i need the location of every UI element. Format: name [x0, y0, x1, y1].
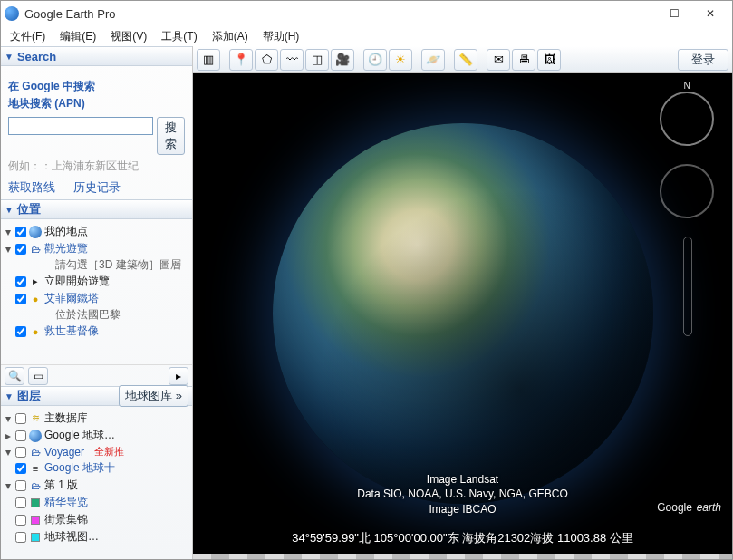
- viewer: ▥ 📍 ⬠ 〰 ◫ 🎥 🕘 ☀ 🪐 📏 ✉ 🖶 🖼 登录: [193, 46, 732, 559]
- voyager-new-badge: 全新推: [94, 445, 124, 459]
- link-get-directions[interactable]: 获取路线: [8, 179, 55, 196]
- search-option-google[interactable]: 在 Google 中搜索: [8, 79, 185, 94]
- node-sightseeing[interactable]: 觀光遊覽: [44, 241, 88, 256]
- expand-toggle[interactable]: ▾: [3, 479, 14, 492]
- places-title: 位置: [17, 201, 188, 217]
- checkbox[interactable]: [15, 447, 26, 458]
- places-toolbar: 🔍 ▭ ▸: [1, 364, 192, 386]
- ruler-button[interactable]: 📏: [454, 49, 477, 71]
- close-button[interactable]: ✕: [692, 3, 728, 24]
- earth-icon: [29, 430, 42, 442]
- expand-toggle[interactable]: ▾: [3, 226, 14, 238]
- search-body: 在 Google 中搜索 地块搜索 (APN) 搜索 例如：：上海浦东新区世纪 …: [1, 66, 192, 199]
- menu-view[interactable]: 视图(V): [111, 29, 147, 44]
- checkbox[interactable]: [15, 430, 26, 441]
- status-bar: 34°59'59.99"北 105°00'00.00"东 海拔角21302海拔 …: [292, 530, 633, 546]
- node-google-earth[interactable]: Google 地球…: [44, 428, 115, 443]
- add-polygon-button[interactable]: ⬠: [255, 49, 278, 71]
- node-globeview[interactable]: 地球视图…: [44, 529, 99, 545]
- search-input[interactable]: [8, 117, 153, 135]
- checkbox[interactable]: [15, 276, 26, 287]
- expand-toggle[interactable]: ▸: [3, 430, 14, 442]
- minimize-button[interactable]: —: [620, 3, 656, 24]
- nav-compass[interactable]: [660, 92, 714, 146]
- nav-zoom-slider[interactable]: [683, 237, 692, 336]
- maximize-button[interactable]: ☐: [656, 3, 692, 24]
- node-google-more[interactable]: Google 地球十: [44, 460, 115, 476]
- menu-bar: 文件(F) 编辑(E) 视图(V) 工具(T) 添加(A) 帮助(H): [1, 26, 732, 46]
- print-button[interactable]: 🖶: [512, 49, 535, 71]
- node-start-tour[interactable]: 立即開始遊覽: [44, 274, 110, 289]
- expand-toggle[interactable]: ▾: [3, 243, 14, 256]
- search-example: 例如：：上海浦东新区世纪: [8, 159, 185, 174]
- save-image-button[interactable]: 🖼: [537, 49, 561, 71]
- login-button[interactable]: 登录: [678, 49, 728, 71]
- sidebar: ▼ Search 在 Google 中搜索 地块搜索 (APN) 搜索 例如：：…: [1, 46, 193, 559]
- checkbox[interactable]: [15, 326, 26, 337]
- menu-edit[interactable]: 编辑(E): [60, 29, 96, 44]
- viewer-toolbar: ▥ 📍 ⬠ 〰 ◫ 🎥 🕘 ☀ 🪐 📏 ✉ 🖶 🖼 登录: [193, 46, 732, 73]
- collapse-icon: ▼: [5, 391, 14, 401]
- checkbox[interactable]: [15, 227, 26, 237]
- node-eiffel[interactable]: 艾菲爾鐵塔: [44, 291, 99, 306]
- layers-panel-header[interactable]: ▼ 图层 地球图库 »: [1, 386, 192, 406]
- menu-file[interactable]: 文件(F): [10, 29, 45, 44]
- search-panel-header[interactable]: ▼ Search: [1, 46, 192, 66]
- checkbox[interactable]: [15, 294, 26, 304]
- expand-toggle[interactable]: ▾: [3, 446, 14, 459]
- globe-canvas[interactable]: Image Landsat Data SIO, NOAA, U.S. Navy,…: [193, 73, 732, 554]
- history-button[interactable]: 🕘: [363, 49, 387, 71]
- checkbox[interactable]: [15, 497, 26, 508]
- menu-help[interactable]: 帮助(H): [263, 29, 300, 44]
- node-my-places[interactable]: 我的地点: [44, 224, 88, 239]
- window-title: Google Earth Pro: [24, 7, 620, 21]
- node-edition1[interactable]: 第 1 版: [44, 478, 78, 493]
- checkbox[interactable]: [15, 515, 26, 526]
- color-chip: [28, 531, 43, 544]
- menu-tools[interactable]: 工具(T): [161, 29, 197, 44]
- sunlight-button[interactable]: ☀: [389, 49, 412, 71]
- search-title: Search: [17, 50, 188, 63]
- color-chip: [28, 497, 43, 509]
- checkbox[interactable]: [15, 413, 26, 424]
- add-placemark-button[interactable]: 📍: [229, 49, 253, 71]
- menu-add[interactable]: 添加(A): [212, 29, 248, 44]
- checkbox[interactable]: [15, 532, 26, 543]
- earth-gallery-button[interactable]: 地球图库 »: [119, 385, 188, 407]
- collapse-icon: ▼: [5, 52, 14, 62]
- nav-look-joystick[interactable]: [660, 164, 714, 218]
- record-tour-button[interactable]: 🎥: [331, 49, 354, 71]
- play-icon: ▸: [28, 275, 43, 288]
- places-tree: ▾我的地点 ▾🗁觀光遊覽 請勾選［3D 建築物］圖層 ▸立即開始遊覽 ●艾菲爾鐵…: [1, 219, 192, 364]
- planets-button[interactable]: 🪐: [421, 49, 445, 71]
- link-history[interactable]: 历史记录: [73, 179, 121, 196]
- checkbox[interactable]: [15, 480, 26, 491]
- node-streetview[interactable]: 街景集锦: [44, 512, 88, 527]
- gallery-button[interactable]: ▭: [28, 367, 48, 385]
- add-path-button[interactable]: 〰: [280, 49, 304, 71]
- checkbox[interactable]: [15, 244, 26, 255]
- search-button[interactable]: 搜索: [157, 117, 185, 155]
- search-places-button[interactable]: 🔍: [5, 367, 24, 385]
- node-highlights[interactable]: 精华导览: [44, 495, 88, 510]
- search-option-apn[interactable]: 地块搜索 (APN): [8, 96, 185, 111]
- checkbox[interactable]: [15, 463, 26, 474]
- brand-watermark: Google earth: [657, 497, 721, 516]
- expand-toggle[interactable]: ▾: [3, 412, 14, 425]
- node-voyager[interactable]: Voyager: [44, 446, 84, 459]
- add-overlay-button[interactable]: ◫: [305, 49, 329, 71]
- email-button[interactable]: ✉: [487, 49, 510, 71]
- title-bar: Google Earth Pro — ☐ ✕: [1, 1, 732, 26]
- node-christ[interactable]: 救世基督像: [44, 323, 99, 339]
- placemark-icon: ●: [28, 293, 43, 305]
- play-tour-button[interactable]: ▸: [169, 367, 188, 385]
- node-eiffel-desc: 位於法國巴黎: [3, 307, 190, 323]
- node-sightseeing-hint: 請勾選［3D 建築物］圖層: [3, 257, 190, 273]
- places-panel-header[interactable]: ▼ 位置: [1, 199, 192, 219]
- node-primary-db[interactable]: 主数据库: [44, 410, 88, 426]
- globe: [273, 123, 653, 504]
- layers-tree: ▾≋主数据库 ▸Google 地球… ▾🗁Voyager 全新推 ≡Google…: [1, 406, 192, 559]
- toggle-sidebar-button[interactable]: ▥: [197, 49, 220, 71]
- item-icon: ≡: [28, 462, 43, 475]
- earth-icon: [29, 226, 42, 238]
